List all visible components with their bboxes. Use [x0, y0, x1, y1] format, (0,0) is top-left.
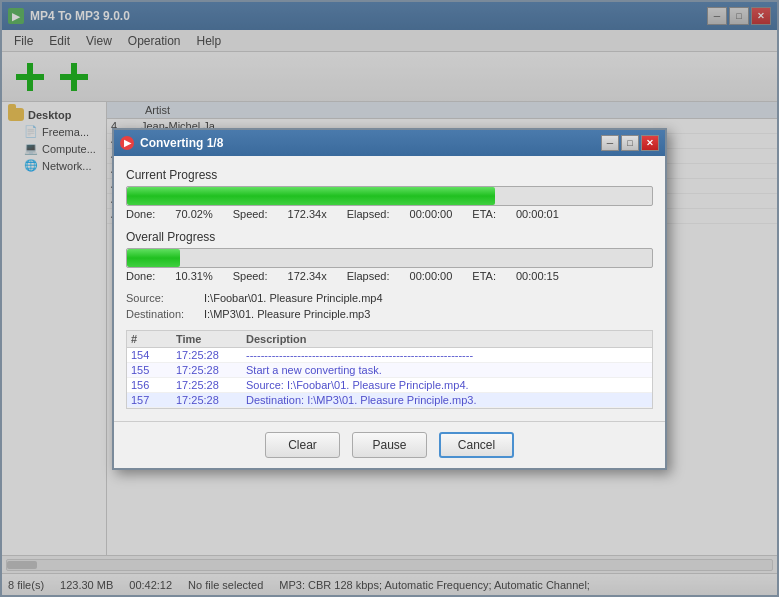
log-num: 157 — [131, 394, 176, 406]
log-row: 155 17:25:28 Start a new converting task… — [127, 363, 652, 378]
log-desc: ----------------------------------------… — [246, 349, 648, 361]
log-time: 17:25:28 — [176, 349, 246, 361]
log-row: 154 17:25:28 ---------------------------… — [127, 348, 652, 363]
current-eta-label: ETA: — [472, 208, 496, 220]
current-eta-value: 00:00:01 — [516, 208, 559, 220]
cancel-button[interactable]: Cancel — [439, 432, 514, 458]
dialog-footer: Clear Pause Cancel — [114, 421, 665, 468]
dialog-title-bar: ▶ Converting 1/8 ─ □ ✕ — [114, 130, 665, 156]
current-done-value: 70.02% — [175, 208, 212, 220]
pause-button[interactable]: Pause — [352, 432, 427, 458]
current-elapsed-value: 00:00:00 — [410, 208, 453, 220]
overall-done-label: Done: — [126, 270, 155, 282]
log-desc: Start a new converting task. — [246, 364, 648, 376]
overall-speed-value: 172.34x — [288, 270, 327, 282]
log-num: 155 — [131, 364, 176, 376]
source-dest-section: Source: I:\Foobar\01. Pleasure Principle… — [126, 292, 653, 320]
overall-elapsed-label: Elapsed: — [347, 270, 390, 282]
current-speed-value: 172.34x — [288, 208, 327, 220]
current-progress-label: Current Progress — [126, 168, 653, 182]
overall-progress-stats: Done: 10.31% Speed: 172.34x Elapsed: 00:… — [126, 270, 653, 282]
log-col-num-header: # — [131, 333, 176, 345]
overall-speed-label: Speed: — [233, 270, 268, 282]
log-col-time-header: Time — [176, 333, 246, 345]
current-progress-bar-container — [126, 186, 653, 206]
log-num: 156 — [131, 379, 176, 391]
current-elapsed-label: Elapsed: — [347, 208, 390, 220]
log-table: # Time Description 154 17:25:28 --------… — [126, 330, 653, 409]
log-col-desc-header: Description — [246, 333, 648, 345]
dialog-icon: ▶ — [120, 136, 134, 150]
dest-value: I:\MP3\01. Pleasure Principle.mp3 — [204, 308, 370, 320]
log-desc: Source: I:\Foobar\01. Pleasure Principle… — [246, 379, 648, 391]
dialog-body: Current Progress Done: 70.02% Speed: 172… — [114, 156, 665, 421]
dest-row: Destination: I:\MP3\01. Pleasure Princip… — [126, 308, 653, 320]
dialog-title: Converting 1/8 — [140, 136, 223, 150]
current-speed-label: Speed: — [233, 208, 268, 220]
converting-dialog: ▶ Converting 1/8 ─ □ ✕ Current Progress — [112, 128, 667, 470]
log-time: 17:25:28 — [176, 364, 246, 376]
log-row: 156 17:25:28 Source: I:\Foobar\01. Pleas… — [127, 378, 652, 393]
source-row: Source: I:\Foobar\01. Pleasure Principle… — [126, 292, 653, 304]
overall-eta-value: 00:00:15 — [516, 270, 559, 282]
overall-eta-label: ETA: — [472, 270, 496, 282]
current-progress-stats: Done: 70.02% Speed: 172.34x Elapsed: 00:… — [126, 208, 653, 220]
dialog-overlay: ▶ Converting 1/8 ─ □ ✕ Current Progress — [2, 2, 777, 595]
dest-label: Destination: — [126, 308, 196, 320]
overall-progress-bar-container — [126, 248, 653, 268]
log-time: 17:25:28 — [176, 379, 246, 391]
overall-progress-section: Overall Progress Done: 10.31% Speed: 172… — [126, 230, 653, 282]
overall-elapsed-value: 00:00:00 — [410, 270, 453, 282]
main-window: ▶ MP4 To MP3 9.0.0 ─ □ ✕ File Edit View … — [0, 0, 779, 597]
source-value: I:\Foobar\01. Pleasure Principle.mp4 — [204, 292, 383, 304]
current-progress-bar-fill — [127, 187, 495, 205]
log-desc: Destination: I:\MP3\01. Pleasure Princip… — [246, 394, 648, 406]
log-time: 17:25:28 — [176, 394, 246, 406]
overall-progress-label: Overall Progress — [126, 230, 653, 244]
dialog-window-controls: ─ □ ✕ — [601, 135, 659, 151]
clear-button[interactable]: Clear — [265, 432, 340, 458]
log-header: # Time Description — [127, 331, 652, 348]
dialog-maximize-button[interactable]: □ — [621, 135, 639, 151]
current-done-label: Done: — [126, 208, 155, 220]
log-row: 157 17:25:28 Destination: I:\MP3\01. Ple… — [127, 393, 652, 408]
source-label: Source: — [126, 292, 196, 304]
log-area[interactable]: 154 17:25:28 ---------------------------… — [127, 348, 652, 408]
current-progress-section: Current Progress Done: 70.02% Speed: 172… — [126, 168, 653, 220]
overall-done-value: 10.31% — [175, 270, 212, 282]
log-num: 154 — [131, 349, 176, 361]
dialog-close-button[interactable]: ✕ — [641, 135, 659, 151]
overall-progress-bar-fill — [127, 249, 180, 267]
dialog-minimize-button[interactable]: ─ — [601, 135, 619, 151]
